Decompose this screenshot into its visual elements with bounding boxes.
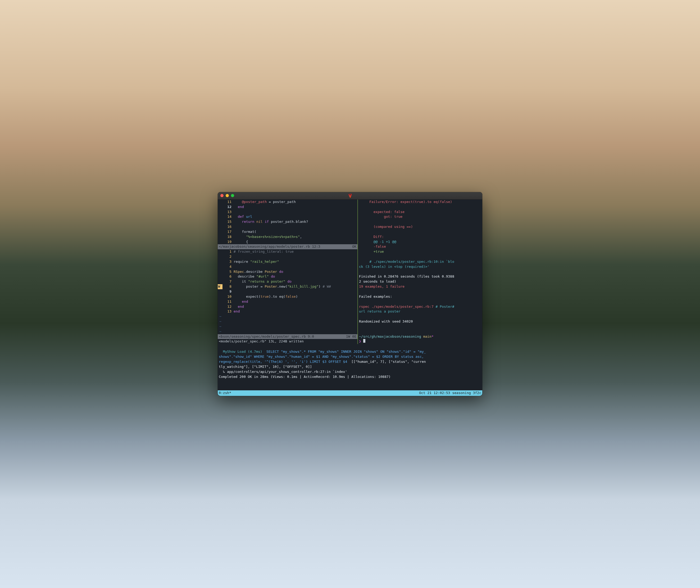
code-line[interactable]: 14 def url — [218, 214, 357, 219]
code-content[interactable]: format( — [234, 229, 357, 234]
code-line[interactable]: 4 — [218, 264, 357, 269]
code-line[interactable]: 9 — [218, 289, 357, 294]
tmux-top-row: 11 @poster_path = poster_path12 end1314 … — [218, 199, 482, 344]
code-line[interactable]: 11 @poster_path = poster_path — [218, 199, 357, 204]
code-line[interactable]: 18 "%<base>s%<size>s%<path>s", — [218, 234, 357, 239]
code-line[interactable]: 7 it "returns a poster" do — [218, 279, 357, 284]
code-content[interactable]: end — [234, 309, 357, 314]
code-line[interactable]: 5RSpec.describe Poster do — [218, 269, 357, 274]
code-content[interactable]: def url — [234, 214, 357, 219]
code-content[interactable]: "%<base>s%<size>s%<path>s", — [234, 234, 357, 239]
line-number: 18 — [222, 234, 234, 239]
code-line[interactable]: 12 end — [218, 204, 357, 209]
terminal-window: 🦞 11 @poster_path = poster_path12 end131… — [218, 192, 482, 396]
sign-column — [218, 239, 222, 244]
log-output: MyShow Load (4.7ms) SELECT "my_shows".* … — [219, 349, 481, 379]
zoom-button[interactable] — [231, 194, 234, 197]
code-line[interactable]: 11 end — [218, 299, 357, 304]
code-content[interactable] — [234, 224, 357, 229]
editor-bottom-split[interactable]: 1# frozen_string_literal: true23require … — [218, 249, 357, 314]
code-content[interactable] — [234, 209, 357, 214]
code-line[interactable]: 13end — [218, 309, 357, 314]
sign-column — [218, 209, 222, 214]
code-content[interactable]: end — [234, 204, 357, 209]
code-line[interactable]: 16 — [218, 224, 357, 229]
code-line[interactable]: 13 — [218, 209, 357, 214]
tmux-status-bar[interactable]: 0:zsh* Oct 21 12:02:53 seasoning 3f2c — [218, 390, 482, 396]
code-content[interactable]: require "rails_helper" — [234, 259, 357, 264]
code-line[interactable]: 15 return nil if poster_path.blank? — [218, 219, 357, 224]
code-content[interactable] — [234, 254, 357, 259]
line-number: 2 — [222, 254, 234, 259]
code-line[interactable]: 12 end — [218, 304, 357, 310]
line-number: 13 — [222, 309, 234, 314]
code-content[interactable]: { — [234, 239, 357, 244]
line-number: 9 — [222, 289, 234, 294]
tmux-window-list[interactable]: 0:zsh* — [219, 391, 231, 396]
code-content[interactable]: it "returns a poster" do — [234, 279, 357, 284]
output-line: Diff: — [359, 234, 481, 239]
rails-log-pane[interactable]: MyShow Load (4.7ms) SELECT "my_shows".* … — [218, 349, 482, 380]
rspec-output: Failure/Error: expect(true).to eq(false)… — [359, 199, 481, 334]
output-line: # ./spec/models/poster_spec.rb:10:in `bl… — [359, 259, 481, 264]
code-content[interactable]: @poster_path = poster_path — [234, 199, 357, 204]
prompt-branch: main — [421, 334, 431, 339]
close-button[interactable] — [220, 194, 224, 197]
line-number: 17 — [222, 229, 234, 234]
code-content[interactable]: return nil if poster_path.blank? — [234, 219, 357, 224]
code-content[interactable]: poster = Poster.new("kill_bill.jpg") # W… — [234, 284, 357, 289]
editor-top-status: </maxjacobson/seasoning/app/models/poste… — [218, 244, 357, 249]
line-number: 7 — [222, 279, 234, 284]
code-content[interactable]: end — [234, 299, 357, 304]
line-number: 16 — [222, 224, 234, 229]
code-line[interactable]: 10 expect(true).to eq(false) — [218, 294, 357, 299]
rspec-pane[interactable]: Failure/Error: expect(true).to eq(false)… — [358, 199, 482, 344]
traffic-lights — [220, 194, 234, 197]
shell-prompt[interactable]: ~/src/gh/maxjacobson/seasoning main* — [359, 334, 481, 339]
line-number: 10 — [222, 294, 234, 299]
output-line — [359, 254, 481, 259]
code-content[interactable]: RSpec.describe Poster do — [234, 269, 357, 274]
code-content[interactable]: describe "#url" do — [234, 274, 357, 279]
output-line — [359, 299, 481, 304]
line-number: 8 — [222, 284, 234, 289]
sign-column — [218, 309, 222, 314]
vim-pane[interactable]: 11 @poster_path = poster_path12 end1314 … — [218, 199, 358, 344]
output-line: 19 examples, 1 failure — [359, 284, 481, 289]
code-content[interactable]: end — [234, 304, 357, 310]
output-line: Failed examples: — [359, 294, 481, 299]
code-line[interactable]: 1# frozen_string_literal: true — [218, 249, 357, 254]
output-line: 2 seconds to load) — [359, 279, 481, 284]
sign-column — [218, 299, 222, 304]
output-line: Failure/Error: expect(true).to eq(false) — [359, 199, 481, 204]
sign-column — [218, 274, 222, 279]
output-line: got: true — [359, 214, 481, 219]
output-line: rspec ./spec/models/poster_spec.rb:7 # P… — [359, 304, 481, 310]
titlebar[interactable]: 🦞 — [218, 192, 482, 199]
code-content[interactable] — [234, 289, 357, 294]
vim-cmdline[interactable]: <models/poster_spec.rb" 13L, 224B writte… — [218, 339, 357, 344]
line-number: 19 — [222, 239, 234, 244]
output-line — [359, 324, 481, 329]
line-number: 1 — [222, 249, 234, 254]
code-line[interactable]: 3require "rails_helper" — [218, 259, 357, 264]
code-line[interactable]: W 8 poster = Poster.new("kill_bill.jpg")… — [218, 284, 357, 289]
terminal-body[interactable]: 11 @poster_path = poster_path12 end1314 … — [218, 199, 482, 396]
code-content[interactable]: # frozen_string_literal: true — [234, 249, 357, 254]
editor-top-split[interactable]: 11 @poster_path = poster_path12 end1314 … — [218, 199, 357, 244]
code-content[interactable] — [234, 264, 357, 269]
code-line[interactable]: 17 format( — [218, 229, 357, 234]
warning-sign: W — [218, 284, 222, 289]
code-line[interactable]: 6 describe "#url" do — [218, 274, 357, 279]
line-number: 6 — [222, 274, 234, 279]
sign-column — [218, 214, 222, 219]
empty-line-tilde: ~ — [218, 329, 221, 334]
code-line[interactable]: 19 { — [218, 239, 357, 244]
minimize-button[interactable] — [226, 194, 229, 197]
tmux-status-right: Oct 21 12:02:53 seasoning 3f2c — [419, 391, 481, 396]
code-line[interactable]: 2 — [218, 254, 357, 259]
sign-column — [218, 204, 222, 209]
output-line: Completed 200 OK in 28ms (Views: 0.1ms |… — [219, 375, 481, 380]
shell-prompt-line[interactable]: ❯ — [359, 339, 481, 344]
code-content[interactable]: expect(true).to eq(false) — [234, 294, 357, 299]
